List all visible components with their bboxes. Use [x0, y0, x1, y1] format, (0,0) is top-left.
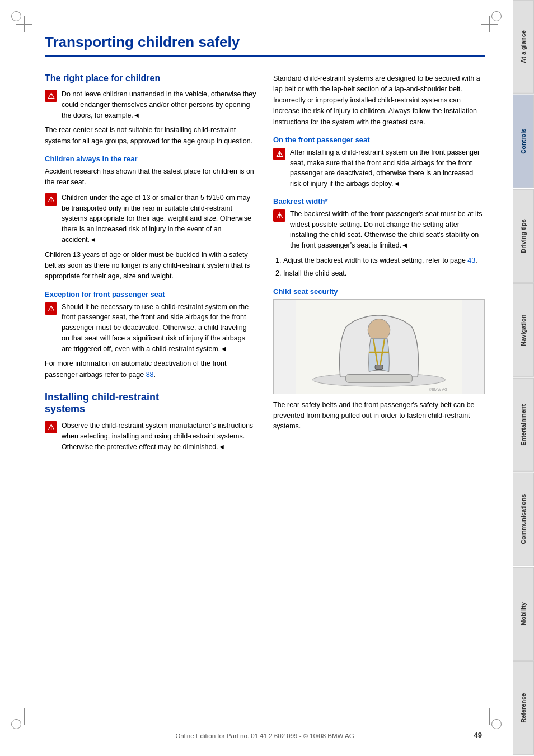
backrest-steps: Adjust the backrest width to its widest … — [273, 255, 485, 279]
warning-block-installing: ⚠ Observe the child-restraint system man… — [45, 421, 256, 452]
warning-text-backrest: The backrest width of the front passenge… — [290, 209, 485, 251]
svg-point-2 — [368, 319, 390, 341]
left-column: The right place for children ⚠ Do not le… — [45, 73, 256, 462]
section-right-place: The right place for children ⚠ Do not le… — [45, 73, 256, 380]
warning-block-2: ⚠ Children under the age of 13 or smalle… — [45, 193, 256, 245]
warning-text-3: Should it be necessary to use a child-re… — [62, 302, 256, 354]
warning-text-2: Children under the age of 13 or smaller … — [62, 193, 256, 245]
side-tab-bar: At a glance Controls Driving tips Naviga… — [513, 0, 534, 756]
tab-controls[interactable]: Controls — [513, 95, 534, 188]
para-standard-systems: Standard child-restraint systems are des… — [273, 73, 485, 128]
warning-icon-1: ⚠ — [45, 90, 57, 102]
page-title: Transporting children safely — [45, 34, 485, 57]
para-accident-research: Accident research has shown that the saf… — [45, 166, 256, 188]
para-more-info: For more information on automatic deacti… — [45, 358, 256, 380]
svg-rect-6 — [375, 365, 383, 369]
warning-icon-2: ⚠ — [45, 193, 57, 206]
sub-heading-exception: Exception for front passenger seat — [45, 290, 256, 298]
right-column: Standard child-restraint systems are des… — [273, 73, 485, 462]
sub-heading-child-seat-security: Child seat security — [273, 287, 485, 296]
page-link-43[interactable]: 43 — [467, 256, 475, 264]
page-link-88[interactable]: 88 — [146, 371, 154, 379]
warning-block-backrest: ⚠ The backrest width of the front passen… — [273, 209, 485, 251]
svg-text:©BMW AG: ©BMW AG — [429, 388, 447, 391]
page-footer: Online Edition for Part no. 01 41 2 602 … — [45, 729, 485, 739]
sub-heading-rear: Children always in the rear — [45, 155, 256, 163]
warning-block-1: ⚠ Do not leave children unattended in th… — [45, 89, 256, 120]
warning-text-1: Do not leave children unattended in the … — [62, 89, 256, 120]
tab-at-a-glance[interactable]: At a glance — [513, 0, 534, 94]
warning-icon-3: ⚠ — [45, 302, 57, 315]
para-rear-center: The rear center seat is not suitable for… — [45, 125, 256, 147]
section-heading-installing: Installing child-restraintsystems — [45, 391, 256, 415]
tab-reference[interactable]: Reference — [513, 661, 534, 755]
warning-icon-backrest: ⚠ — [273, 209, 285, 222]
sub-heading-backrest: Backrest width* — [273, 197, 485, 206]
step-1: Adjust the backrest width to its widest … — [283, 255, 485, 266]
warning-icon-front-seat: ⚠ — [273, 148, 285, 160]
footer-text: Online Edition for Part no. 01 41 2 602 … — [175, 732, 354, 739]
warning-block-front-seat: ⚠ After installing a child-restraint sys… — [273, 147, 485, 189]
tab-mobility[interactable]: Mobility — [513, 567, 534, 661]
svg-rect-7 — [346, 374, 413, 382]
child-seat-svg: ©BMW AG — [274, 300, 484, 394]
section-installing: Installing child-restraintsystems ⚠ Obse… — [45, 391, 256, 452]
para-children-13: Children 13 years of age or older must b… — [45, 250, 256, 282]
two-column-layout: The right place for children ⚠ Do not le… — [45, 73, 485, 462]
warning-icon-installing: ⚠ — [45, 421, 57, 433]
child-seat-image: ©BMW AG — [273, 299, 485, 394]
sub-heading-front-seat: On the front passenger seat — [273, 136, 485, 144]
warning-block-3: ⚠ Should it be necessary to use a child-… — [45, 302, 256, 354]
tab-navigation[interactable]: Navigation — [513, 283, 534, 377]
para-safety-belts: The rear safety belts and the front pass… — [273, 400, 485, 432]
step-2: Install the child seat. — [283, 268, 485, 279]
tab-driving-tips[interactable]: Driving tips — [513, 189, 534, 283]
warning-text-front-seat: After installing a child-restraint syste… — [290, 147, 485, 189]
page-number: 49 — [474, 731, 482, 739]
section-heading-right-place: The right place for children — [45, 73, 256, 83]
warning-text-installing: Observe the child-restraint system manuf… — [62, 421, 256, 452]
tab-entertainment[interactable]: Entertainment — [513, 378, 534, 472]
tab-communications[interactable]: Communications — [513, 473, 534, 566]
main-content: Transporting children safely The right p… — [0, 0, 513, 756]
